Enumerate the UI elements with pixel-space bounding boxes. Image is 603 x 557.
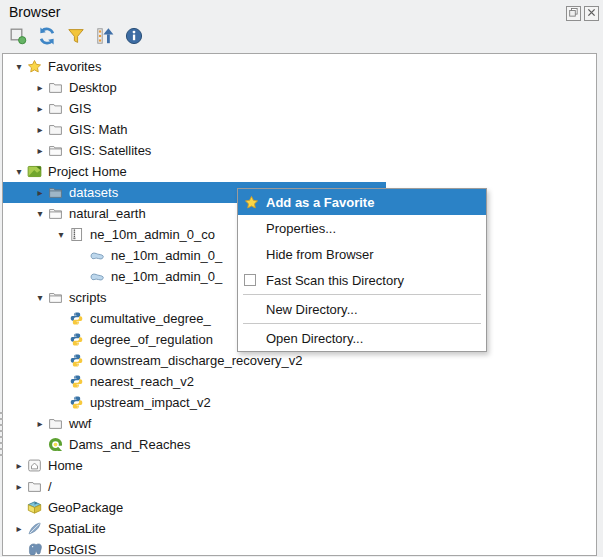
tree-item-label: wwf: [69, 416, 91, 431]
geopackage-icon: [27, 500, 44, 515]
star-icon: [244, 195, 266, 210]
tree-item-label: GIS: Math: [69, 122, 128, 137]
tree-item-label: Home: [48, 458, 83, 473]
tree-item-gis-math[interactable]: ▸ GIS: Math: [3, 119, 596, 140]
expand-arrow[interactable]: ▾: [53, 229, 69, 240]
menu-item-hide-from-browser[interactable]: Hide from Browser: [238, 241, 486, 267]
menu-item-label: Hide from Browser: [266, 247, 374, 262]
menu-item-label: Properties...: [266, 221, 336, 236]
tree-item-label: GIS: [69, 101, 91, 116]
menu-item-fast-scan-this-directory[interactable]: Fast Scan this Directory: [238, 267, 486, 293]
menu-item-properties[interactable]: Properties...: [238, 215, 486, 241]
menu-item-add-as-a-favorite[interactable]: Add as a Favorite: [238, 189, 486, 215]
menu-separator: [243, 294, 481, 295]
menu-item-new-directory[interactable]: New Directory...: [238, 296, 486, 322]
tree-item-gis[interactable]: ▸ GIS: [3, 98, 596, 119]
folder-icon: [48, 101, 65, 116]
add-selected-layers-button[interactable]: [7, 26, 29, 48]
tree-item-upstream-impact-v2[interactable]: upstream_impact_v2: [3, 392, 596, 413]
tree-item-label: Project Home: [48, 164, 127, 179]
tree-item-label: SpatiaLite: [48, 521, 106, 536]
folder-icon: [48, 416, 65, 431]
tree-item-label: PostGIS: [48, 542, 96, 556]
tree-item-label: natural_earth: [69, 206, 146, 221]
tree-item-postgis[interactable]: PostGIS: [3, 539, 596, 556]
browser-panel: Browser ▾ Favorites ▸ Desktop ▸ GIS ▸ GI…: [0, 0, 603, 557]
expand-arrow[interactable]: ▸: [11, 523, 27, 534]
menu-item-open-directory[interactable]: Open Directory...: [238, 325, 486, 351]
expand-arrow[interactable]: ▸: [32, 124, 48, 135]
menu-item-label: New Directory...: [266, 302, 358, 317]
folder-icon: [48, 122, 65, 137]
tree-item-label: downstream_discharge_recovery_v2: [90, 353, 302, 368]
menu-item-label: Add as a Favorite: [266, 195, 374, 210]
tree-item-label: upstream_impact_v2: [90, 395, 211, 410]
collapse-all-button[interactable]: [94, 26, 116, 48]
close-panel-button[interactable]: [584, 6, 599, 21]
refresh-button[interactable]: [36, 26, 58, 48]
tree-item-label: cumultative_degree_: [90, 311, 211, 326]
filter-browser-button[interactable]: [65, 26, 87, 48]
spatialite-icon: [27, 521, 44, 536]
close-icon: [586, 6, 597, 21]
tree-item-label: degree_of_regulation: [90, 332, 213, 347]
project-home-icon: [27, 164, 44, 179]
fast-scan-checkbox[interactable]: [244, 274, 256, 286]
collapse-all-icon: [95, 26, 115, 49]
python-icon: [69, 395, 86, 410]
tree-item-favorites[interactable]: ▾ Favorites: [3, 56, 596, 77]
tree-item-label: scripts: [69, 290, 107, 305]
tree-item-label: ne_10m_admin_0_: [111, 248, 222, 263]
tree-item-home[interactable]: ▸ Home: [3, 455, 596, 476]
info-icon: [124, 26, 144, 49]
tree-item-gis-satellites[interactable]: ▸ GIS: Satellites: [3, 140, 596, 161]
tree-item-dams-and-reaches[interactable]: Dams_and_Reaches: [3, 434, 596, 455]
home-icon: [27, 458, 44, 473]
menu-item-icon: [244, 274, 266, 286]
expand-arrow[interactable]: ▸: [32, 187, 48, 198]
context-menu: Add as a Favorite Properties... Hide fro…: [237, 188, 487, 352]
tree-item-geopackage[interactable]: GeoPackage: [3, 497, 596, 518]
qgis-icon: [48, 437, 65, 452]
python-icon: [69, 311, 86, 326]
float-panel-button[interactable]: [566, 6, 581, 21]
tree-item-downstream-discharge-recovery-v2[interactable]: downstream_discharge_recovery_v2: [3, 350, 596, 371]
expand-arrow[interactable]: ▾: [32, 292, 48, 303]
filter-icon: [66, 26, 86, 49]
tree-item-wwf[interactable]: ▸ wwf: [3, 413, 596, 434]
expand-arrow[interactable]: ▸: [11, 460, 27, 471]
properties-widget-button[interactable]: [123, 26, 145, 48]
polygon-icon: [90, 269, 107, 284]
tree-item-label: GIS: Satellites: [69, 143, 151, 158]
expand-arrow[interactable]: ▸: [32, 82, 48, 93]
panel-title: Browser: [9, 4, 60, 20]
tree-item-project-home[interactable]: ▾ Project Home: [3, 161, 596, 182]
expand-arrow[interactable]: ▸: [32, 145, 48, 156]
folder-icon: [27, 479, 44, 494]
folder-selected-icon: [48, 185, 65, 200]
browser-toolbar: [7, 26, 145, 48]
python-icon: [69, 332, 86, 347]
expand-arrow[interactable]: ▾: [11, 61, 27, 72]
tree-item-label: ne_10m_admin_0_co: [90, 227, 215, 242]
expand-arrow[interactable]: ▸: [11, 481, 27, 492]
menu-item-label: Fast Scan this Directory: [266, 273, 404, 288]
dock-resize-grip[interactable]: [0, 412, 3, 460]
tree-item-label: GeoPackage: [48, 500, 123, 515]
tree-item-spatialite[interactable]: ▸ SpatiaLite: [3, 518, 596, 539]
tree-item-root[interactable]: ▸ /: [3, 476, 596, 497]
expand-arrow[interactable]: ▸: [32, 103, 48, 114]
tree-item-label: ne_10m_admin_0_: [111, 269, 222, 284]
tree-item-label: Dams_and_Reaches: [69, 437, 190, 452]
folder-open-icon: [48, 143, 65, 158]
float-icon: [568, 6, 579, 21]
python-icon: [69, 374, 86, 389]
tree-item-nearest-reach-v2[interactable]: nearest_reach_v2: [3, 371, 596, 392]
tree-item-desktop[interactable]: ▸ Desktop: [3, 77, 596, 98]
expand-arrow[interactable]: ▾: [11, 166, 27, 177]
expand-arrow[interactable]: ▸: [32, 418, 48, 429]
window-controls: [566, 6, 599, 21]
add-layer-icon: [8, 26, 28, 49]
expand-arrow[interactable]: ▾: [32, 208, 48, 219]
tree-item-label: Desktop: [69, 80, 117, 95]
